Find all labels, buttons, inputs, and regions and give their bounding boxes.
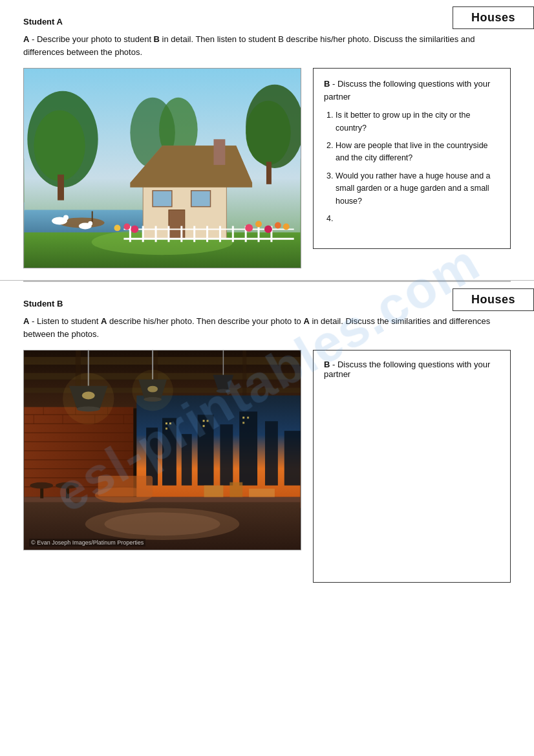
svg-point-110 — [95, 488, 153, 503]
q-title-a-text: - Discuss the following questions with y… — [324, 79, 490, 102]
svg-rect-6 — [266, 162, 272, 184]
svg-rect-107 — [204, 486, 224, 497]
svg-rect-51 — [24, 388, 300, 393]
instruction-b-bold-a2: A — [303, 316, 309, 326]
page: Houses Student A A - Describe your photo… — [0, 0, 534, 589]
student-b-label: Student B — [23, 299, 511, 308]
svg-rect-67 — [203, 420, 205, 422]
q-title-a: B - Discuss the following questions with… — [324, 78, 500, 103]
instruction-b: A - Listen to student A describe his/her… — [23, 315, 495, 341]
question-a-2: How are people that live in the countrys… — [336, 140, 500, 165]
section-a: Houses Student A A - Describe your photo… — [0, 0, 534, 281]
title-badge-b-text: Houses — [471, 293, 515, 306]
svg-marker-95 — [138, 380, 167, 399]
flowers — [93, 212, 287, 252]
svg-rect-57 — [162, 418, 176, 485]
questions-box-a: B - Discuss the following questions with… — [313, 68, 511, 249]
q-title-b-prefix: B — [324, 360, 330, 369]
interior-scene: © Evan Joseph Images/Platinum Properties — [24, 351, 301, 550]
cottage-scene — [24, 69, 301, 268]
svg-rect-73 — [24, 407, 133, 497]
svg-point-104 — [30, 482, 53, 489]
interior-photo: © Evan Joseph Images/Platinum Properties — [23, 350, 301, 550]
svg-rect-64 — [166, 422, 167, 424]
instruction-b-text: - Listen to student — [29, 316, 101, 326]
svg-point-114 — [63, 373, 114, 424]
svg-rect-63 — [284, 431, 301, 485]
copyright-label: © Evan Joseph Images/Platinum Properties — [29, 539, 145, 546]
svg-rect-49 — [24, 357, 300, 365]
cottage-photo — [23, 68, 301, 268]
questions-list-a: Is it better to grow up in the city or t… — [324, 109, 500, 225]
svg-rect-109 — [249, 489, 275, 497]
question-a-1: Is it better to grow up in the city or t… — [336, 109, 500, 135]
svg-rect-70 — [242, 416, 244, 418]
question-a-3: Would you rather have a huge house and a… — [336, 170, 500, 208]
svg-rect-55 — [136, 396, 300, 508]
svg-rect-58 — [182, 434, 192, 485]
q-title-b: B - Discuss the following questions with… — [324, 360, 500, 379]
svg-rect-56 — [146, 427, 158, 485]
title-badge-a-text: Houses — [471, 11, 515, 24]
student-a-label: Student A — [23, 17, 511, 27]
q-title-b-text: - Discuss the following questions with y… — [324, 360, 490, 379]
house-roof — [129, 146, 233, 184]
q-title-a-prefix: B — [324, 79, 330, 89]
questions-box-b: B - Discuss the following questions with… — [313, 350, 511, 583]
svg-point-115 — [132, 370, 173, 411]
svg-point-100 — [216, 389, 230, 393]
svg-rect-60 — [220, 424, 233, 485]
svg-rect-111 — [98, 476, 153, 497]
svg-rect-66 — [166, 427, 167, 429]
svg-rect-68 — [207, 420, 209, 422]
svg-rect-47 — [24, 351, 300, 550]
svg-point-93 — [82, 392, 95, 400]
svg-marker-99 — [213, 375, 233, 391]
svg-rect-72 — [242, 422, 244, 424]
section-b: Houses Student B A - Listen to student A… — [0, 282, 534, 589]
svg-rect-50 — [24, 373, 300, 380]
title-badge-b: Houses — [453, 288, 534, 311]
svg-rect-61 — [239, 411, 257, 485]
svg-rect-3 — [58, 175, 64, 200]
content-row-a: B - Discuss the following questions with… — [23, 68, 511, 268]
title-badge-a: Houses — [453, 6, 534, 29]
svg-rect-53 — [153, 351, 158, 408]
svg-rect-54 — [242, 351, 246, 408]
svg-point-106 — [56, 482, 79, 489]
svg-point-113 — [105, 512, 220, 535]
svg-rect-102 — [24, 497, 300, 502]
instruction-b-text2: describe his/her photo. Then describe yo… — [107, 316, 303, 326]
instruction-a-prefix: A — [23, 34, 29, 44]
svg-rect-52 — [76, 351, 81, 408]
instruction-a-text: - Describe your photo to student — [29, 34, 153, 44]
svg-rect-103 — [40, 486, 43, 499]
instruction-a: A - Describe your photo to student B in … — [23, 33, 495, 59]
svg-point-97 — [147, 386, 158, 393]
svg-rect-69 — [203, 425, 205, 427]
svg-rect-48 — [24, 351, 300, 408]
svg-marker-91 — [69, 386, 108, 409]
interior-svg — [24, 351, 301, 550]
svg-rect-108 — [230, 482, 242, 497]
svg-point-112 — [85, 508, 239, 540]
svg-rect-105 — [66, 486, 69, 499]
svg-rect-62 — [265, 421, 278, 485]
svg-point-92 — [77, 407, 100, 412]
instruction-b-prefix: A — [23, 316, 29, 326]
svg-rect-59 — [198, 415, 214, 485]
svg-point-96 — [144, 397, 162, 402]
instruction-b-bold-a: A — [101, 316, 107, 326]
instruction-a-bold-b: B — [154, 34, 160, 44]
content-row-b: © Evan Joseph Images/Platinum Properties… — [23, 350, 511, 583]
svg-rect-71 — [247, 416, 249, 418]
question-a-4 — [336, 213, 500, 225]
svg-rect-65 — [169, 422, 171, 424]
